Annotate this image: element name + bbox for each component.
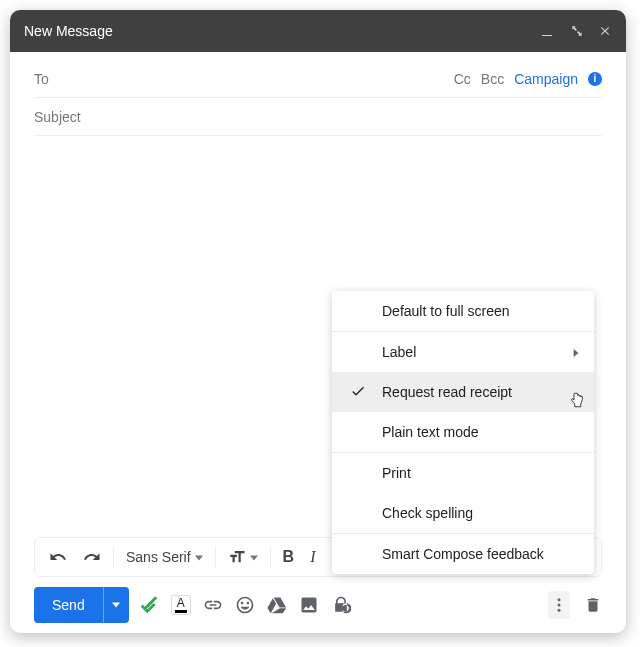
bold-button[interactable]: B xyxy=(277,544,301,570)
check-icon xyxy=(350,383,366,402)
menu-check-spelling[interactable]: Check spelling xyxy=(332,493,594,533)
campaign-link[interactable]: Campaign xyxy=(514,71,578,87)
discard-icon[interactable] xyxy=(584,596,602,614)
submenu-arrow-icon xyxy=(572,344,580,360)
info-icon[interactable]: i xyxy=(588,72,602,86)
svg-point-0 xyxy=(558,598,561,601)
window-title: New Message xyxy=(24,23,542,39)
spellcheck-icon[interactable] xyxy=(139,595,159,615)
emoji-icon[interactable] xyxy=(235,595,255,615)
menu-item-label: Plain text mode xyxy=(382,424,479,440)
fullscreen-icon[interactable] xyxy=(570,24,584,38)
menu-request-read-receipt[interactable]: Request read receipt xyxy=(332,372,594,412)
drive-icon[interactable] xyxy=(267,595,287,615)
to-field-row[interactable]: To Cc Bcc Campaign i xyxy=(34,60,602,98)
font-family-dropdown[interactable]: Sans Serif xyxy=(120,545,209,569)
subject-field-row[interactable]: Subject xyxy=(34,98,602,136)
attach-link-icon[interactable] xyxy=(203,595,223,615)
chevron-down-icon xyxy=(195,549,203,565)
font-color-button[interactable]: A xyxy=(171,595,191,615)
bottom-toolbar: Send A xyxy=(10,577,626,633)
send-button[interactable]: Send xyxy=(34,587,103,623)
menu-item-label: Default to full screen xyxy=(382,303,510,319)
titlebar: New Message xyxy=(10,10,626,52)
menu-smart-compose-feedback[interactable]: Smart Compose feedback xyxy=(332,534,594,574)
more-options-menu: Default to full screen Label Request rea… xyxy=(332,291,594,574)
svg-point-1 xyxy=(558,604,561,607)
italic-button[interactable]: I xyxy=(304,544,321,570)
menu-default-fullscreen[interactable]: Default to full screen xyxy=(332,291,594,331)
font-family-label: Sans Serif xyxy=(126,549,191,565)
titlebar-controls xyxy=(542,24,612,38)
menu-item-label: Request read receipt xyxy=(382,384,512,400)
header-fields: To Cc Bcc Campaign i Subject xyxy=(10,52,626,136)
undo-button[interactable] xyxy=(43,544,73,570)
bcc-link[interactable]: Bcc xyxy=(481,71,504,87)
minimize-icon[interactable] xyxy=(542,24,556,38)
menu-item-label: Smart Compose feedback xyxy=(382,546,544,562)
more-options-button[interactable] xyxy=(548,591,570,619)
send-button-group: Send xyxy=(34,587,129,623)
cc-link[interactable]: Cc xyxy=(454,71,471,87)
confidential-icon[interactable] xyxy=(331,595,351,615)
compose-actions: A xyxy=(139,595,351,615)
bottom-right-actions xyxy=(548,591,602,619)
chevron-down-icon xyxy=(250,549,258,565)
subject-label: Subject xyxy=(34,109,81,125)
send-options-button[interactable] xyxy=(103,587,129,623)
menu-item-label: Check spelling xyxy=(382,505,473,521)
menu-item-label: Print xyxy=(382,465,411,481)
menu-plain-text-mode[interactable]: Plain text mode xyxy=(332,412,594,452)
menu-print[interactable]: Print xyxy=(332,453,594,493)
image-icon[interactable] xyxy=(299,595,319,615)
svg-point-2 xyxy=(558,609,561,612)
menu-label[interactable]: Label xyxy=(332,332,594,372)
font-size-dropdown[interactable] xyxy=(222,544,264,570)
close-icon[interactable] xyxy=(598,24,612,38)
redo-button[interactable] xyxy=(77,544,107,570)
menu-item-label: Label xyxy=(382,344,416,360)
to-label: To xyxy=(34,71,49,87)
